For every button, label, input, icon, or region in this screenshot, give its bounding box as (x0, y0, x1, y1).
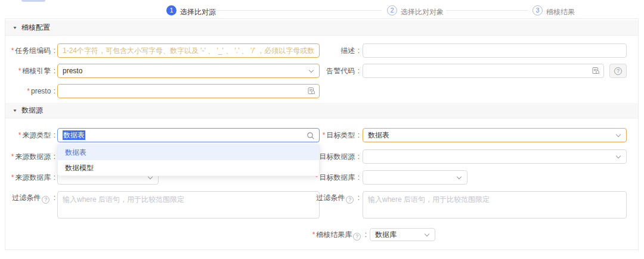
browser-tab-fragment (21, 0, 45, 2)
audit-engine-value: presto (63, 64, 307, 77)
target-type-select[interactable]: 数据表 (363, 128, 627, 142)
target-database-select[interactable] (363, 170, 467, 185)
step-2-label[interactable]: 选择比对对象 (401, 7, 444, 17)
page: 1 选择比对源 2 选择比对对象 3 稽核结果 ▼ 稽核配置 *任务组编码 : … (0, 0, 644, 259)
form-panel: ▼ 稽核配置 *任务组编码 : 描述 : *稽核引擎 : presto 告警代码… (5, 18, 639, 250)
alarm-code-help-button[interactable]: ? (609, 64, 627, 78)
presto-label: *presto : (5, 86, 55, 96)
required-asterisk: * (323, 131, 326, 139)
target-datasource-select[interactable] (363, 149, 627, 164)
audit-result-db-select[interactable]: 数据库 (370, 228, 435, 241)
presto-input[interactable] (57, 84, 320, 98)
alarm-code-label: 告警代码 : (309, 66, 360, 76)
question-circle-icon[interactable]: ? (42, 196, 49, 204)
source-type-label: *来源类型 : (5, 130, 55, 140)
audit-engine-select[interactable]: presto (57, 64, 320, 78)
chevron-down-icon (616, 154, 621, 158)
lookup-icon[interactable] (308, 87, 315, 96)
required-asterisk: * (11, 152, 14, 161)
target-filter-textarea[interactable] (363, 191, 627, 219)
section-title: 稽核配置 (21, 23, 50, 33)
question-circle-icon[interactable]: ? (353, 233, 361, 241)
required-asterisk: * (11, 173, 14, 182)
section-header-data-source[interactable]: ▼ 数据源 (5, 103, 638, 118)
chevron-down-icon (425, 232, 429, 236)
chevron-down-icon (457, 174, 462, 179)
required-asterisk: * (18, 67, 21, 75)
required-asterisk: * (312, 230, 315, 239)
source-filter-textarea[interactable] (57, 191, 320, 219)
required-asterisk: * (18, 131, 21, 139)
question-circle-icon: ? (614, 67, 622, 75)
caret-down-icon: ▼ (13, 108, 17, 113)
question-circle-icon[interactable]: ? (346, 196, 354, 204)
step-connector (446, 10, 528, 11)
audit-result-db-value: 数据库 (375, 229, 423, 241)
presto-field (57, 84, 320, 98)
source-type-dropdown: 数据表 数据模型 (57, 144, 320, 176)
target-type-label: *目标类型 : (309, 130, 360, 140)
target-type-value: 数据表 (368, 129, 614, 142)
step-1-circle[interactable]: 1 (166, 5, 177, 15)
source-type-selected-text: 数据表 (63, 130, 85, 140)
section-title: 数据源 (21, 105, 43, 116)
required-asterisk: * (11, 46, 14, 55)
caret-down-icon: ▼ (13, 26, 17, 30)
audit-engine-label: *稽核引擎 : (5, 66, 55, 76)
task-group-code-input[interactable] (57, 43, 320, 58)
required-asterisk: * (27, 87, 30, 95)
alarm-code-field (363, 64, 604, 78)
dropdown-option-data-model[interactable]: 数据模型 (58, 160, 319, 176)
description-input[interactable] (363, 43, 627, 58)
audit-result-db-label: *稽核结果库? : (268, 230, 367, 241)
source-datasource-label: *来源数据源 : (5, 152, 55, 161)
description-label: 描述 : (309, 46, 360, 55)
step-2-circle[interactable]: 2 (387, 5, 397, 15)
source-type-input[interactable]: 数据表 (57, 128, 320, 142)
lookup-icon[interactable] (592, 67, 600, 76)
alarm-code-input[interactable] (363, 64, 604, 78)
target-filter-label: 过滤条件? : (309, 193, 360, 204)
dropdown-option-data-table[interactable]: 数据表 (58, 145, 319, 160)
step-1-label[interactable]: 选择比对源 (180, 7, 216, 17)
source-database-label: *来源数据库 : (5, 173, 55, 182)
step-3-label[interactable]: 稽核结果 (546, 7, 575, 17)
section-header-audit-config[interactable]: ▼ 稽核配置 (5, 20, 638, 36)
chevron-down-icon (616, 132, 621, 137)
step-connector (210, 10, 382, 11)
source-filter-label: 过滤条件? : (5, 193, 55, 204)
step-3-circle[interactable]: 3 (532, 5, 543, 15)
task-group-code-label: *任务组编码 : (5, 46, 55, 55)
